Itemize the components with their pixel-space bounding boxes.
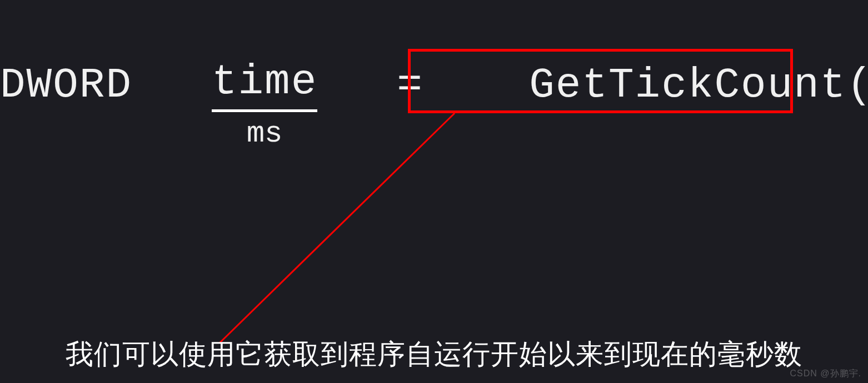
code-type-keyword: DWORD: [0, 62, 132, 109]
space-3: [450, 62, 502, 109]
code-function-call: GetTickCount(): [529, 62, 868, 109]
variable-underline: [212, 109, 317, 112]
watermark-text: CSDN @孙鹏宇.: [790, 368, 861, 380]
code-equals: =: [397, 62, 423, 109]
space-2: [344, 62, 371, 109]
callout-arrow: [0, 0, 868, 383]
diagram-stage: DWORD time ms = GetTickCount() 我们可以使用它获取…: [0, 0, 868, 383]
code-variable-wrap: time ms: [212, 58, 317, 112]
code-line: DWORD time ms = GetTickCount(): [0, 58, 868, 112]
variable-unit-label: ms: [247, 117, 283, 150]
space-1: [159, 62, 186, 109]
code-variable-name: time: [212, 58, 317, 106]
caption-text: 我们可以使用它获取到程序自运行开始以来到现在的毫秒数: [0, 336, 868, 373]
